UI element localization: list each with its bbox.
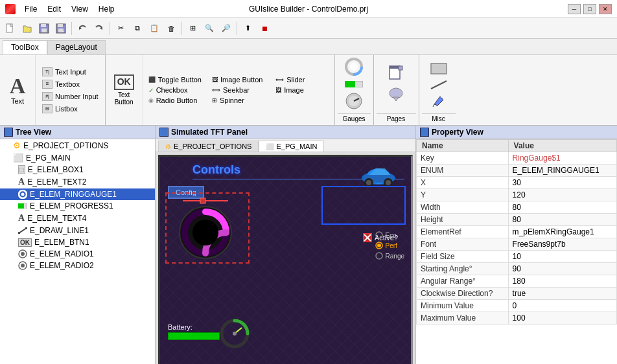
tree-item-text2[interactable]: A E_ELEM_TEXT2 xyxy=(0,176,155,188)
tree-item-progress1[interactable]: E_ELEM_PROGRESS1 xyxy=(0,200,155,212)
text-tools: T| Text Input ≡ Textbox #| Number Input … xyxy=(36,55,105,125)
prop-name-minval: Minimum Value xyxy=(417,300,509,312)
prop-row-startangle: Starting Angle° 90 xyxy=(417,263,617,275)
gear-icon: ⚙ xyxy=(13,141,21,150)
prop-value-font[interactable]: FreeSans9pt7b xyxy=(508,238,616,251)
img-btn-label: Image Button xyxy=(220,76,262,84)
tree-view-title: Tree View xyxy=(16,128,51,137)
tab-pagelayout[interactable]: PageLayout xyxy=(47,40,106,54)
copy-button[interactable]: ⧉ xyxy=(130,21,145,36)
prop-value-y[interactable]: 120 xyxy=(508,189,616,201)
prop-value-maxval[interactable]: 100 xyxy=(508,312,616,324)
range-radio-icon xyxy=(375,252,383,260)
prop-value-minval[interactable]: 0 xyxy=(508,300,616,312)
paste-button[interactable]: 📋 xyxy=(146,21,162,36)
saveas-button[interactable]: + xyxy=(53,21,69,36)
prop-value-height[interactable]: 80 xyxy=(508,214,616,226)
tool-spinner[interactable]: ⊞ Spinner xyxy=(209,96,268,105)
prop-value-fieldsize[interactable]: 10 xyxy=(508,251,616,263)
close-button[interactable]: ✕ xyxy=(599,4,612,14)
delete-button[interactable]: 🗑 xyxy=(163,21,179,36)
tft-controls-title: Controls xyxy=(192,163,240,177)
image-icon: 🖼 xyxy=(275,87,281,93)
tool-image[interactable]: 🖼 Image xyxy=(273,85,331,95)
tree-item-box1[interactable]: □ E_ELEM_BOX1 xyxy=(0,164,155,176)
tree-item-radio1[interactable]: E_ELEM_RADIO1 xyxy=(0,248,155,260)
perf-radio-icon xyxy=(375,242,383,249)
perf-radio[interactable]: Perf xyxy=(375,242,404,249)
open-button[interactable] xyxy=(19,21,35,36)
page-icon[interactable] xyxy=(387,65,405,83)
prop-row-angrange: Angular Range° 180 xyxy=(417,275,617,288)
tab-toolbox[interactable]: ToolBox xyxy=(3,40,47,54)
zoomin-button[interactable]: 🔍 xyxy=(202,21,217,36)
stop-button[interactable]: ⏹ xyxy=(257,21,272,36)
zoomout-button[interactable]: 🔎 xyxy=(218,21,234,36)
svg-point-56 xyxy=(376,232,382,238)
tool-text-input-label: Text Input xyxy=(55,68,86,76)
gauge-ring-icon[interactable] xyxy=(345,58,363,78)
maximize-button[interactable]: □ xyxy=(583,4,596,14)
tree-item-project-options[interactable]: ⚙ E_PROJECT_OPTIONS xyxy=(0,139,155,152)
tft-tab-pg-main[interactable]: ⬜ E_PG_MAIN xyxy=(259,141,324,152)
save-button[interactable] xyxy=(36,21,52,36)
tree-item-pg-main[interactable]: ⬜ E_PG_MAIN xyxy=(0,152,155,164)
tool-image-button[interactable]: 🖼 Image Button xyxy=(209,75,268,84)
box-tool-icon[interactable] xyxy=(430,62,448,77)
tool-text-input[interactable]: T| Text Input xyxy=(40,67,101,77)
prop-value-key[interactable]: RingGauge$1 xyxy=(508,152,616,165)
prop-value-enum[interactable]: E_ELEM_RINGGAUGE1 xyxy=(508,165,616,177)
svg-line-31 xyxy=(19,228,27,233)
sep1 xyxy=(71,22,72,35)
prop-row-maxval: Maximum Value 100 xyxy=(417,312,617,324)
prop-row-minval: Minimum Value 0 xyxy=(417,300,617,312)
svg-line-25 xyxy=(431,81,447,89)
prop-value-elemref[interactable]: m_pElemXRingGauge1 xyxy=(508,226,616,238)
tree-item-btn1[interactable]: OK E_ELEM_BTN1 xyxy=(0,236,155,248)
minimize-button[interactable]: ─ xyxy=(568,4,581,14)
prop-row-elemref: ElementRef m_pElemXRingGauge1 xyxy=(417,226,617,238)
undo-button[interactable] xyxy=(75,21,90,36)
tool-textbox[interactable]: ≡ Textbox xyxy=(40,79,101,89)
tft-tab-project-options[interactable]: ⚙ E_PROJECT_OPTIONS xyxy=(158,141,259,152)
tree-item-radio2[interactable]: E_ELEM_RADIO2 xyxy=(0,260,155,271)
tree-item-text4[interactable]: A E_ELEM_TEXT4 xyxy=(0,212,155,225)
pencil-tool-icon[interactable] xyxy=(432,95,445,108)
menu-view[interactable]: View xyxy=(67,3,92,15)
prop-value-angrange[interactable]: 180 xyxy=(508,275,616,288)
textbox-icon: ≡ xyxy=(42,80,52,89)
prop-value-startangle[interactable]: 90 xyxy=(508,263,616,275)
new-button[interactable] xyxy=(3,21,18,36)
menu-help[interactable]: Help xyxy=(95,3,119,15)
tool-radio-button[interactable]: ◉ Radio Button xyxy=(146,96,204,105)
upload-button[interactable]: ⬆ xyxy=(240,21,255,36)
prop-value-x[interactable]: 30 xyxy=(508,177,616,189)
menu-edit[interactable]: Edit xyxy=(43,3,65,15)
tool-checkbox[interactable]: ✓ Checkbox xyxy=(146,85,204,95)
eco-radio[interactable]: Eco xyxy=(375,231,404,239)
text-big[interactable]: A Text xyxy=(0,55,36,125)
tool-toggle-button[interactable]: ⬛ Toggle Button xyxy=(146,75,204,84)
range-radio[interactable]: Range xyxy=(375,252,404,260)
gauge-dial-icon[interactable] xyxy=(345,92,363,112)
redo-button[interactable] xyxy=(91,21,107,36)
eco-label: Eco xyxy=(386,232,397,239)
grid-button[interactable]: ⊞ xyxy=(185,21,200,36)
cut-button[interactable]: ✂ xyxy=(113,21,128,36)
prop-value-width[interactable]: 80 xyxy=(508,201,616,214)
prop-name-maxval: Maximum Value xyxy=(417,312,509,324)
sep3 xyxy=(181,22,182,35)
menu-file[interactable]: File xyxy=(21,3,41,15)
line-tool-icon[interactable] xyxy=(430,80,448,92)
tool-slider[interactable]: ⟺ Slider xyxy=(273,75,331,84)
tool-seekbar[interactable]: ⟺ Seekbar xyxy=(209,85,268,95)
gauge-progress-icon[interactable] xyxy=(345,80,363,89)
balloon-icon[interactable] xyxy=(387,85,405,106)
tool-listbox[interactable]: ⊟ Listbox xyxy=(40,104,101,114)
ctrl-big[interactable]: OK TextButton xyxy=(106,55,143,125)
tree-item-label-text2: E_ELEM_TEXT2 xyxy=(27,177,86,187)
tool-number-input[interactable]: #| Number Input xyxy=(40,91,101,102)
tree-item-draw-line1[interactable]: E_DRAW_LINE1 xyxy=(0,225,155,236)
tree-item-ringgauge1[interactable]: E_ELEM_RINGGAUGE1 xyxy=(0,188,155,200)
prop-value-clockwise[interactable]: true xyxy=(508,288,616,300)
